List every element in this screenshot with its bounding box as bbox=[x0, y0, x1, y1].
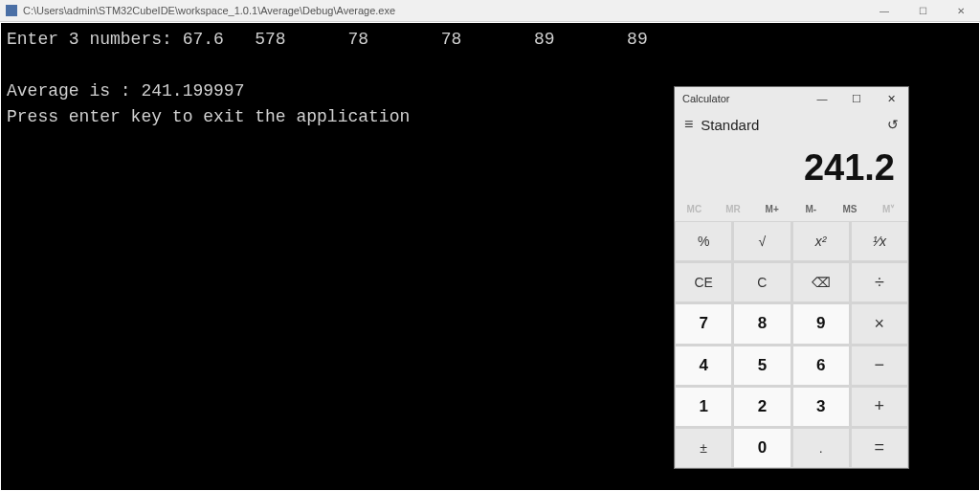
app-icon bbox=[6, 5, 17, 16]
calculator-window-controls: — ☐ ✕ bbox=[805, 88, 908, 110]
calculator-title: Calculator bbox=[682, 93, 730, 104]
calculator-titlebar[interactable]: Calculator — ☐ ✕ bbox=[675, 87, 908, 110]
calc-key-3[interactable]: 3 bbox=[792, 387, 850, 427]
calc-key-0[interactable]: 0 bbox=[733, 428, 791, 468]
console-title: C:\Users\admin\STM32CubeIDE\workspace_1.… bbox=[23, 5, 395, 16]
calc-key-8[interactable]: 8 bbox=[733, 303, 791, 344]
close-button[interactable]: ✕ bbox=[942, 0, 980, 21]
calc-key-sqrt[interactable]: √ bbox=[733, 221, 791, 261]
calc-key-multiply[interactable]: × bbox=[851, 303, 908, 344]
calc-key-divide[interactable]: ÷ bbox=[851, 262, 908, 302]
calc-mem-mc: MC bbox=[675, 196, 714, 221]
calc-key-9[interactable]: 9 bbox=[792, 303, 850, 344]
calc-key-plus[interactable]: + bbox=[851, 387, 908, 427]
calculator-window: Calculator — ☐ ✕ ≡ Standard ↺ 241.2 MCMR… bbox=[674, 86, 909, 469]
maximize-button[interactable]: ☐ bbox=[903, 0, 942, 21]
calc-key-square[interactable]: x² bbox=[792, 221, 850, 261]
console-titlebar[interactable]: C:\Users\admin\STM32CubeIDE\workspace_1.… bbox=[0, 0, 980, 22]
calc-close-button[interactable]: ✕ bbox=[874, 88, 908, 110]
calc-mem-m[interactable]: M+ bbox=[752, 196, 791, 221]
calc-mem-ms[interactable]: MS bbox=[831, 196, 870, 221]
calc-key-ce[interactable]: CE bbox=[675, 262, 732, 302]
calc-key-backspace[interactable]: ⌫ bbox=[792, 262, 850, 302]
history-icon[interactable]: ↺ bbox=[887, 117, 899, 132]
calculator-memory-row: MCMRM+M-MSM˅ bbox=[675, 196, 908, 221]
calc-mem-m[interactable]: M- bbox=[791, 196, 831, 221]
calculator-modebar: ≡ Standard ↺ bbox=[675, 110, 908, 139]
calc-key-decimal[interactable]: . bbox=[792, 428, 850, 468]
calculator-mode: Standard bbox=[701, 117, 887, 133]
calc-key-percent[interactable]: % bbox=[675, 221, 732, 261]
calc-key-1[interactable]: 1 bbox=[675, 387, 732, 427]
calc-key-5[interactable]: 5 bbox=[733, 346, 791, 386]
calc-mem-m: M˅ bbox=[869, 196, 908, 221]
calculator-keypad: %√x²¹∕xCEC⌫÷789×456−123+±0.= bbox=[675, 221, 908, 468]
calc-maximize-button[interactable]: ☐ bbox=[839, 88, 874, 110]
calc-key-c[interactable]: C bbox=[733, 262, 791, 302]
calc-key-2[interactable]: 2 bbox=[733, 387, 791, 427]
calc-key-minus[interactable]: − bbox=[851, 346, 908, 386]
calc-key-reciprocal[interactable]: ¹∕x bbox=[851, 221, 908, 261]
calc-mem-mr: MR bbox=[714, 196, 753, 221]
hamburger-icon[interactable]: ≡ bbox=[684, 116, 693, 133]
minimize-button[interactable]: — bbox=[865, 0, 903, 21]
calc-key-7[interactable]: 7 bbox=[675, 303, 732, 344]
calc-key-4[interactable]: 4 bbox=[675, 346, 732, 386]
calc-key-6[interactable]: 6 bbox=[792, 346, 850, 386]
calc-minimize-button[interactable]: — bbox=[805, 88, 839, 110]
console-window-controls: — ☐ ✕ bbox=[865, 0, 980, 21]
calculator-display: 241.2 bbox=[675, 139, 908, 196]
calc-key-negate[interactable]: ± bbox=[675, 428, 732, 468]
calc-key-equals[interactable]: = bbox=[851, 428, 908, 468]
